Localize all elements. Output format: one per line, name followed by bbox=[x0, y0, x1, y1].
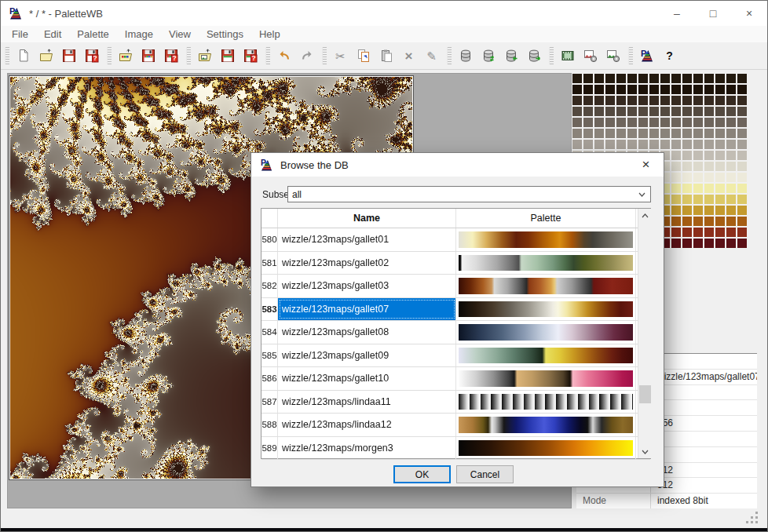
ok-button[interactable]: OK bbox=[393, 465, 451, 483]
palette-swatch[interactable] bbox=[715, 74, 725, 83]
palette-swatch[interactable] bbox=[638, 85, 648, 94]
dialog-close-button[interactable]: × bbox=[628, 153, 664, 177]
palette-swatch[interactable] bbox=[671, 184, 681, 193]
palette-swatch[interactable] bbox=[726, 118, 736, 127]
palette-swatch[interactable] bbox=[583, 129, 593, 138]
palette-swatch[interactable] bbox=[671, 195, 681, 204]
menu-help[interactable]: Help bbox=[251, 26, 288, 42]
palette-swatch[interactable] bbox=[660, 96, 670, 105]
palette-swatch[interactable] bbox=[726, 162, 736, 171]
palette-swatch[interactable] bbox=[737, 74, 747, 83]
db-export-button[interactable] bbox=[522, 45, 545, 67]
scroll-down-button[interactable] bbox=[638, 445, 652, 458]
palette-swatch[interactable] bbox=[737, 217, 747, 226]
palette-swatch[interactable] bbox=[704, 129, 714, 138]
image-settings-button[interactable] bbox=[602, 45, 624, 67]
palette-swatch[interactable] bbox=[605, 140, 615, 149]
palette-swatch[interactable] bbox=[715, 239, 725, 248]
palette-swatch[interactable] bbox=[660, 140, 670, 149]
palette-swatch[interactable] bbox=[704, 162, 714, 171]
palette-swatch[interactable] bbox=[737, 151, 747, 160]
subset-dropdown[interactable]: all bbox=[287, 186, 651, 202]
palette-swatch[interactable] bbox=[671, 162, 681, 171]
help-button[interactable]: ? bbox=[658, 45, 681, 67]
property-value[interactable]: 512 bbox=[651, 463, 757, 478]
palette-swatch[interactable] bbox=[605, 118, 615, 127]
palette-swatch[interactable] bbox=[605, 129, 615, 138]
cut-button[interactable]: ✂ bbox=[329, 45, 352, 67]
palette-swatch[interactable] bbox=[737, 96, 747, 105]
palette-swatch[interactable] bbox=[671, 107, 681, 116]
palette-swatch[interactable] bbox=[726, 85, 736, 94]
palette-swatch[interactable] bbox=[715, 195, 725, 204]
palette-swatch[interactable] bbox=[616, 96, 626, 105]
save-image-question-button[interactable]: ? bbox=[239, 45, 261, 67]
palette-swatch[interactable] bbox=[682, 162, 692, 171]
open-image-button[interactable] bbox=[193, 45, 216, 67]
palette-swatch[interactable] bbox=[737, 129, 747, 138]
palette-swatch[interactable] bbox=[682, 184, 692, 193]
palette-swatch[interactable] bbox=[704, 118, 714, 127]
palette-swatch[interactable] bbox=[649, 140, 659, 149]
palette-swatch[interactable] bbox=[583, 118, 593, 127]
palette-swatch[interactable] bbox=[649, 107, 659, 116]
palette-swatch[interactable] bbox=[682, 239, 692, 248]
palette-swatch[interactable] bbox=[616, 85, 626, 94]
property-value[interactable] bbox=[651, 400, 757, 415]
palette-swatch[interactable] bbox=[660, 107, 670, 116]
maximize-button[interactable]: □ bbox=[695, 1, 731, 26]
property-value[interactable]: 256 bbox=[651, 416, 757, 431]
table-row[interactable]: 587wizzle/123maps/lindaa11 bbox=[261, 391, 650, 414]
palette-swatch[interactable] bbox=[737, 140, 747, 149]
palette-swatch[interactable] bbox=[660, 118, 670, 127]
palette-swatch[interactable] bbox=[704, 228, 714, 237]
palette-swatch[interactable] bbox=[704, 107, 714, 116]
palette-swatch[interactable] bbox=[693, 217, 703, 226]
palette-swatch[interactable] bbox=[737, 118, 747, 127]
table-row[interactable]: 584wizzle/123maps/gallet08 bbox=[261, 321, 650, 344]
palette-swatch[interactable] bbox=[715, 151, 725, 160]
cancel-button[interactable]: Cancel bbox=[456, 465, 514, 483]
palette-swatch[interactable] bbox=[671, 239, 681, 248]
palette-swatch[interactable] bbox=[572, 129, 582, 138]
open-button[interactable] bbox=[35, 45, 57, 67]
property-value[interactable]: indexed 8bit bbox=[651, 494, 757, 508]
palette-swatch[interactable] bbox=[726, 228, 736, 237]
palette-swatch[interactable] bbox=[638, 107, 648, 116]
db-button[interactable] bbox=[454, 45, 477, 67]
palette-swatch[interactable] bbox=[627, 74, 637, 83]
palette-swatch[interactable] bbox=[715, 129, 725, 138]
table-row[interactable]: 588wizzle/123maps/lindaa12 bbox=[261, 414, 650, 437]
save-palette-question-button[interactable]: ? bbox=[159, 45, 182, 67]
palette-swatch[interactable] bbox=[605, 107, 615, 116]
palette-swatch[interactable] bbox=[704, 140, 714, 149]
palette-swatch[interactable] bbox=[704, 96, 714, 105]
menu-palette[interactable]: Palette bbox=[69, 26, 116, 42]
palette-swatch[interactable] bbox=[693, 129, 703, 138]
title-bar[interactable]: P * / * - PaletteWB – □ × bbox=[1, 1, 767, 26]
table-row[interactable]: 580wizzle/123maps/gallet01 bbox=[261, 228, 650, 252]
palette-swatch[interactable] bbox=[693, 195, 703, 204]
palette-swatch[interactable] bbox=[715, 206, 725, 215]
palette-swatch[interactable] bbox=[594, 96, 604, 105]
palette-swatch[interactable] bbox=[726, 206, 736, 215]
property-value[interactable]: wizzle/123maps/gallet07 bbox=[651, 370, 757, 384]
palette-swatch[interactable] bbox=[693, 140, 703, 149]
palette-swatch[interactable] bbox=[649, 118, 659, 127]
palette-swatch[interactable] bbox=[682, 206, 692, 215]
palette-swatch[interactable] bbox=[715, 118, 725, 127]
palette-swatch[interactable] bbox=[726, 239, 736, 248]
palette-swatch[interactable] bbox=[726, 217, 736, 226]
palette-swatch[interactable] bbox=[726, 107, 736, 116]
palette-swatch[interactable] bbox=[627, 96, 637, 105]
palette-swatch[interactable] bbox=[726, 151, 736, 160]
palette-swatch[interactable] bbox=[660, 74, 670, 83]
palette-swatch[interactable] bbox=[715, 217, 725, 226]
palette-swatch[interactable] bbox=[649, 96, 659, 105]
property-value[interactable] bbox=[651, 385, 757, 400]
palette-swatch[interactable] bbox=[572, 96, 582, 105]
new-button[interactable] bbox=[12, 45, 35, 67]
table-row[interactable]: 589wizzle/123maps/morgen3 bbox=[261, 437, 650, 461]
palette-swatch[interactable] bbox=[605, 85, 615, 94]
palette-swatch[interactable] bbox=[682, 217, 692, 226]
